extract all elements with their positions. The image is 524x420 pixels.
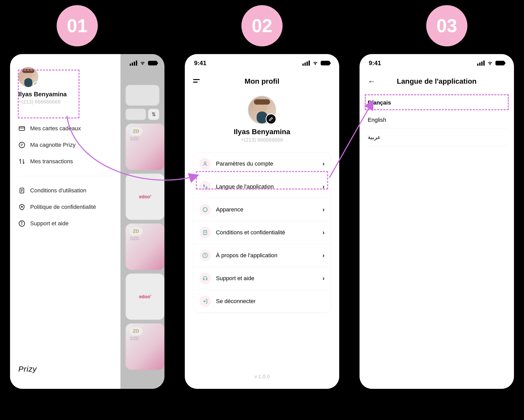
svg-point-20 [204,162,206,164]
settings-label: Apparence [216,206,317,213]
battery-icon [495,61,505,65]
svg-point-27 [205,254,205,255]
settings-item-about[interactable]: À propos de l'application › [193,244,331,267]
menu-label: Mes cartes cadeaux [30,125,81,132]
wifi-icon [312,60,318,66]
settings-list: Paramètres du compte › Langue de l'appli… [193,152,331,313]
menu-item-gift-cards[interactable]: Mes cartes cadeaux [18,120,112,137]
info-icon [18,220,25,227]
menu-item-terms[interactable]: Conditions d'utilisation [18,182,112,199]
screen-drawer: ✓ Ilyas Benyamina +(213) 666666666 Mes c… [10,54,164,389]
settings-item-logout[interactable]: Se déconnecter [193,290,331,313]
profile-name: Ilyas Benyamina [234,128,290,136]
status-time: 9:41 [369,59,381,67]
language-option-en[interactable]: English [366,112,508,129]
profile-phone: +(213) 666666666 [18,99,112,105]
wifi-icon [487,60,493,66]
settings-item-terms[interactable]: Conditions et confidentialité › [193,221,331,244]
page-title: Mon profil [244,77,279,85]
settings-item-language[interactable]: Langue de l'application › [193,175,331,198]
settings-label: Conditions et confidentialité [216,229,317,236]
menu-label: Support et aide [30,220,68,227]
step-badge-3: 03 [426,5,467,46]
page-title: Langue de l'application [397,77,477,85]
menu-label: Mes transactions [30,158,73,165]
settings-item-support[interactable]: Support et aide › [193,267,331,290]
svg-point-21 [203,208,207,212]
menu-item-transactions[interactable]: Mes transactions [18,153,112,170]
settings-label: Support et aide [216,275,317,282]
svg-rect-1 [24,78,32,87]
svg-point-11 [21,206,22,207]
chevron-right-icon: › [322,183,325,190]
settings-item-appearance[interactable]: Apparence › [193,198,331,221]
support-icon [199,273,211,284]
svg-point-14 [22,222,22,222]
info-icon [199,250,211,261]
step-badge-2: 02 [241,5,283,46]
svg-rect-16 [193,82,198,83]
appearance-icon [199,204,211,215]
transactions-icon [18,158,25,165]
logout-icon [199,296,211,307]
hamburger-icon[interactable] [193,77,200,85]
menu-label: Ma cagnotte Prizy [30,142,75,148]
settings-label: Paramètres du compte [216,160,317,167]
svg-rect-15 [193,79,200,80]
back-button[interactable]: ← [368,77,375,86]
status-time: 9:41 [194,59,206,67]
svg-rect-3 [19,126,25,130]
battery-icon [321,61,330,65]
svg-text:P: P [21,143,23,147]
settings-label: À propos de l'application [216,252,317,259]
menu-item-cagnotte[interactable]: P Ma cagnotte Prizy [18,137,112,153]
menu-item-privacy[interactable]: Politique de confidentialité [18,199,112,215]
settings-item-account[interactable]: Paramètres du compte › [193,152,331,175]
signal-icon [302,61,310,66]
chevron-right-icon: › [322,206,325,213]
svg-rect-19 [254,99,270,105]
drawer-backdrop[interactable]: ⇅ ZDDZD edoo' ZDDZD edoo' ZDDZD [120,54,164,389]
language-list: Français English عربية [366,94,508,146]
language-option-fr[interactable]: Français [366,94,508,112]
settings-label: Langue de l'application [216,183,317,190]
language-option-ar[interactable]: عربية [366,129,508,146]
app-version: v 1.0.0 [185,374,339,380]
verified-badge-icon: ✓ [33,81,38,87]
brand-logo: Prizy [18,365,112,379]
shield-icon [18,203,25,211]
user-icon [199,158,211,169]
chevron-right-icon: › [322,229,325,236]
chevron-right-icon: › [322,275,325,282]
menu-item-support[interactable]: Support et aide [18,215,112,232]
avatar [248,96,276,124]
settings-label: Se déconnecter [216,298,325,305]
language-icon [199,181,211,192]
edit-avatar-button[interactable] [266,114,276,124]
terms-icon [18,187,25,194]
profile-phone: +(213) 666666666 [241,137,283,143]
card-icon [18,125,25,132]
sort-icon: ⇅ [148,109,159,120]
prizy-icon: P [18,141,25,149]
svg-rect-2 [22,69,34,73]
screen-profile: 9:41 Mon profil Ilyas Benyamina +(213) 6… [185,54,339,389]
step-badge-1: 01 [57,5,98,46]
screen-language: 9:41 ← Langue de l'application Français … [360,54,514,389]
menu-label: Politique de confidentialité [30,204,96,210]
profile-name: Ilyas Benyamina [18,91,112,98]
signal-icon [477,61,485,66]
avatar: ✓ [18,67,38,87]
chevron-right-icon: › [322,252,325,259]
drawer-profile-header[interactable]: ✓ Ilyas Benyamina +(213) 666666666 [18,64,112,110]
document-icon [199,227,211,238]
chevron-right-icon: › [322,160,325,167]
menu-label: Conditions d'utilisation [30,187,86,194]
